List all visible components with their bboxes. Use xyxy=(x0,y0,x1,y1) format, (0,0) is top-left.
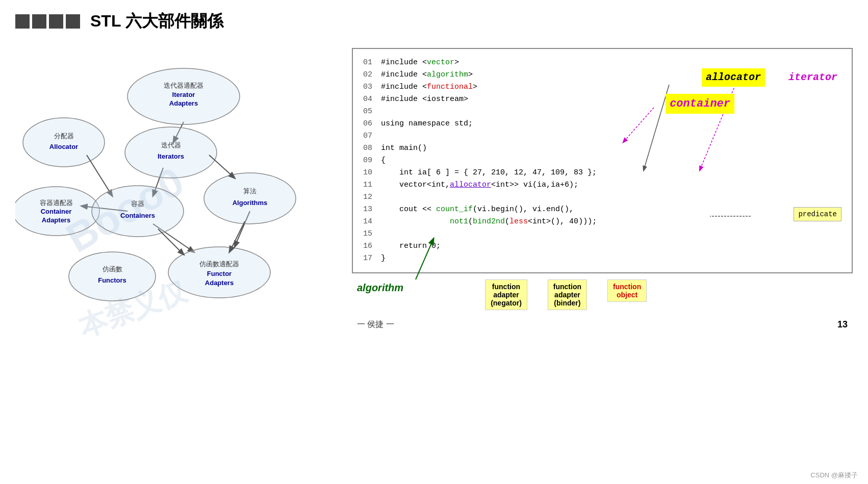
main-content: Booo0 迭代器適配器 xyxy=(15,48,853,405)
icon-block-2 xyxy=(32,14,46,29)
algorithm-arrow xyxy=(405,234,507,285)
svg-line-42 xyxy=(416,239,433,279)
code-line-10: 10 int ia[ 6 ] = { 27, 210, 12, 47, 109,… xyxy=(363,167,841,179)
code-line-13: 13 cout << count_if(vi.begin(), vi.end()… xyxy=(363,203,841,216)
svg-text:Allocator: Allocator xyxy=(49,143,78,150)
bottom-annotations: algorithm function adapter (negator) xyxy=(352,279,853,310)
svg-line-27 xyxy=(209,155,235,178)
svg-text:Algorithms: Algorithms xyxy=(233,199,268,207)
icon-block-1 xyxy=(15,14,30,29)
svg-text:迭代器適配器: 迭代器適配器 xyxy=(164,82,203,89)
svg-text:仿函數: 仿函數 xyxy=(102,265,122,273)
svg-text:算法: 算法 xyxy=(243,187,257,195)
svg-text:分配器: 分配器 xyxy=(54,132,74,140)
page-container: STL 六大部件關係 Booo0 xyxy=(0,0,868,484)
svg-line-16 xyxy=(87,155,112,196)
code-line-05: 05 xyxy=(363,106,841,118)
page-title: STL 六大部件關係 xyxy=(90,10,223,33)
diagram-area: Booo0 迭代器適配器 xyxy=(15,48,331,405)
annotation-predicate: predicate xyxy=(794,207,841,221)
footer-author: 一 侯捷 一 xyxy=(357,319,394,330)
code-line-07: 07 xyxy=(363,130,841,142)
svg-text:仿函數適配器: 仿函數適配器 xyxy=(199,260,239,268)
svg-text:Adapters: Adapters xyxy=(169,99,198,107)
slide-footer: 一 侯捷 一 13 xyxy=(352,319,853,330)
annotation-allocator: allocator xyxy=(702,68,765,87)
svg-line-35 xyxy=(229,221,245,252)
code-panel-wrapper: allocator iterator container predicate 0… xyxy=(352,48,853,330)
svg-text:Iterator: Iterator xyxy=(172,91,195,98)
svg-text:Adapters: Adapters xyxy=(205,279,234,287)
svg-text:Containers: Containers xyxy=(120,212,155,219)
code-line-02: 02 #include <algorithm> xyxy=(363,69,841,81)
csdn-credit: CSDN @麻搂子 xyxy=(810,471,858,480)
svg-text:Functors: Functors xyxy=(98,276,126,284)
annotation-container: container xyxy=(666,94,734,114)
svg-text:容器適配器: 容器適配器 xyxy=(40,199,73,207)
code-line-14: 14 not1(bind2nd(less<int>(), 40))); xyxy=(363,216,841,228)
diagram-svg: Booo0 迭代器適配器 xyxy=(15,48,331,344)
svg-point-24 xyxy=(204,173,296,224)
svg-text:Container: Container xyxy=(41,208,72,215)
svg-point-10 xyxy=(23,118,105,167)
code-line-03: 03 #include <functional> xyxy=(363,81,841,93)
annotation-func-object: function object xyxy=(607,279,647,302)
code-line-04: 04 #include <iostream> xyxy=(363,93,841,106)
code-line-01: 01 #include <vector> xyxy=(363,57,841,69)
svg-point-21 xyxy=(92,186,184,237)
annotation-func-adapter-binder: function adapter (binder) xyxy=(548,279,587,310)
svg-text:Adapters: Adapters xyxy=(42,216,70,224)
svg-text:容器: 容器 xyxy=(131,200,144,208)
code-line-08: 08 int main() xyxy=(363,142,841,155)
annotation-iterator: iterator xyxy=(784,68,841,87)
header-icon xyxy=(15,14,80,29)
code-line-06: 06 using namespace std; xyxy=(363,118,841,130)
svg-text:Functor: Functor xyxy=(207,270,232,277)
footer-page: 13 xyxy=(837,319,848,330)
svg-text:Iterators: Iterators xyxy=(158,152,184,160)
annotation-algorithm: algorithm xyxy=(357,279,403,294)
code-line-11: 11 vector<int,allocator<int>> vi(ia,ia+6… xyxy=(363,179,841,191)
header: STL 六大部件關係 xyxy=(15,10,853,33)
code-line-12: 12 xyxy=(363,191,841,203)
code-line-09: 09 { xyxy=(363,155,841,167)
svg-text:迭代器: 迭代器 xyxy=(161,141,181,149)
icon-block-3 xyxy=(49,14,63,29)
icon-block-4 xyxy=(66,14,80,29)
